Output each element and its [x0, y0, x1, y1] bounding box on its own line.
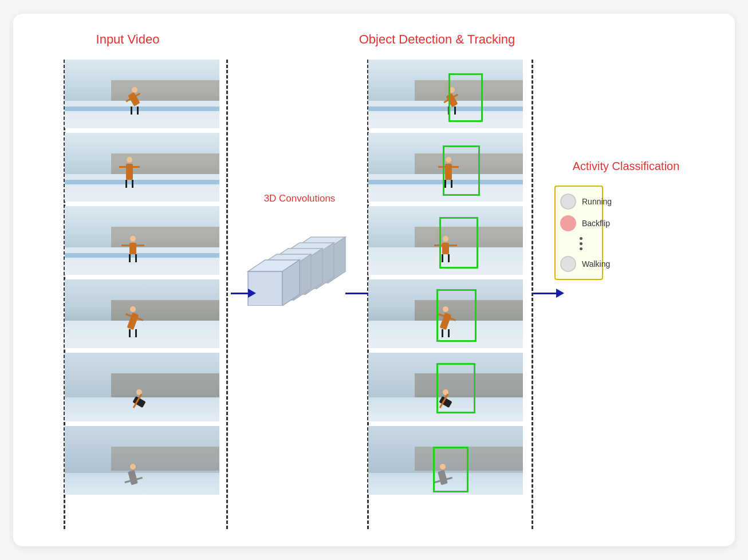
detection-frame-5	[368, 353, 523, 421]
dot-1	[580, 237, 582, 240]
activity-dots	[575, 237, 582, 250]
activity-circle-backflip	[560, 215, 576, 231]
activity-label-walking: Walking	[582, 259, 610, 269]
input-frame-1	[65, 60, 219, 128]
detection-box-2	[443, 145, 480, 196]
dot-2	[580, 242, 582, 245]
input-frame-5	[65, 353, 219, 421]
activity-circle-walking	[560, 256, 576, 272]
detection-box-6	[433, 447, 469, 492]
detection-frame-6	[368, 426, 523, 495]
input-video-label: Input Video	[70, 32, 185, 47]
input-frame-4	[65, 279, 219, 348]
activity-circle-running	[560, 194, 576, 210]
input-film-strip	[65, 60, 219, 499]
detection-box-5	[436, 363, 475, 413]
detection-film-strip	[368, 60, 523, 499]
activity-classification-panel: Running Backflip Walking	[554, 186, 603, 280]
activity-item-walking: Walking	[560, 256, 597, 272]
main-container: Input Video Object Detection & Tracking …	[13, 14, 735, 546]
input-frame-6	[65, 426, 219, 495]
activity-item-running: Running	[560, 194, 597, 210]
arrow-input-to-conv	[231, 289, 256, 298]
dashed-line-2	[226, 60, 228, 529]
detection-box-3	[439, 217, 478, 269]
detection-frame-2	[368, 133, 523, 202]
activity-item-backflip: Backflip	[560, 215, 597, 231]
detection-box-4	[436, 289, 477, 342]
detection-box-1	[448, 73, 483, 122]
input-frame-3	[65, 206, 219, 275]
detection-frame-4	[368, 279, 523, 348]
detection-frame-3	[368, 206, 523, 275]
activity-label-running: Running	[582, 197, 612, 206]
object-detection-label: Object Detection & Tracking	[345, 32, 529, 47]
activity-classification-label: Activity Classification	[557, 160, 695, 173]
svg-text:3D Convolutions: 3D Convolutions	[264, 193, 336, 204]
input-frame-2	[65, 133, 219, 202]
activity-label-backflip: Backflip	[582, 219, 610, 228]
dot-3	[580, 247, 582, 250]
detection-frame-1	[368, 60, 523, 128]
arrow-detection-to-classification	[533, 289, 564, 298]
